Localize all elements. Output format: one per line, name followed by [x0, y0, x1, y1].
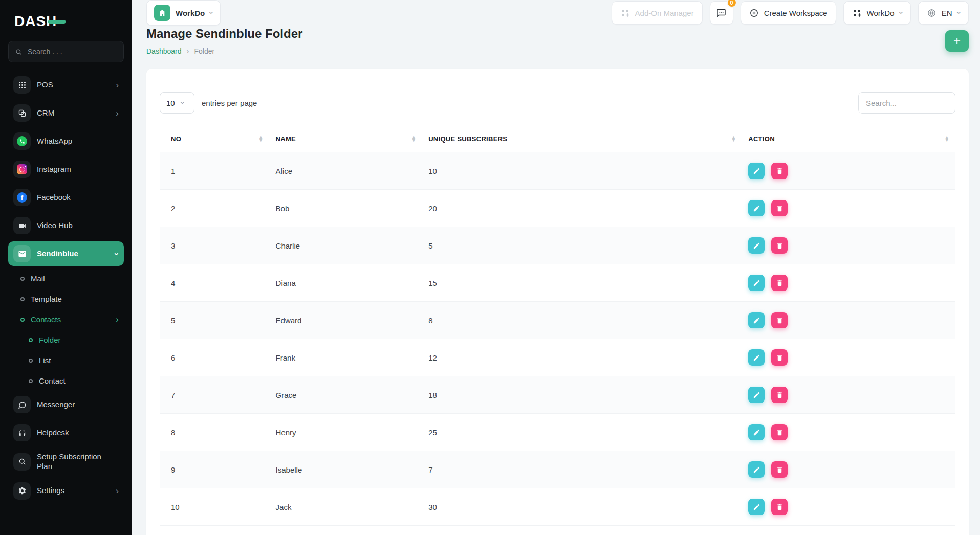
subscription-search-icon: [13, 453, 31, 471]
delete-button[interactable]: [771, 387, 788, 403]
table-search-input[interactable]: [858, 92, 955, 114]
sidebar-item-settings[interactable]: Settings: [8, 479, 124, 503]
page-header: Manage Sendinblue Folder Dashboard Folde…: [146, 27, 969, 55]
trash-icon: [776, 429, 783, 436]
sidebar-item-template[interactable]: Template: [8, 290, 124, 308]
sort-icon[interactable]: [945, 136, 949, 142]
breadcrumb-current: Folder: [194, 47, 215, 55]
chevron-right-icon: [116, 109, 119, 118]
column-header-unique-subscribers[interactable]: UNIQUE SUBSCRIBERS: [422, 126, 742, 152]
folders-card: 10 entries per page NO NAME UNIQUE SUBSC…: [146, 69, 969, 535]
sidebar-item-crm[interactable]: CRM: [8, 101, 124, 125]
sidebar-item-contacts[interactable]: Contacts: [8, 310, 124, 328]
delete-button[interactable]: [771, 424, 788, 440]
sidebar-item-video-hub[interactable]: Video Hub: [8, 213, 124, 238]
sidebar-item-helpdesk[interactable]: Helpdesk: [8, 420, 124, 445]
sidebar-item-setup-subscription-plan[interactable]: Setup Subscription Plan: [8, 449, 124, 475]
edit-button[interactable]: [748, 163, 765, 179]
sidebar-item-label: Helpdesk: [37, 428, 69, 438]
delete-button[interactable]: [771, 461, 788, 478]
cell-unique-subscribers: 30: [422, 488, 742, 526]
delete-button[interactable]: [771, 349, 788, 366]
cell-unique-subscribers: 15: [422, 264, 742, 302]
cell-name: Grace: [270, 376, 423, 414]
edit-button[interactable]: [748, 237, 765, 254]
sidebar-search-input[interactable]: [28, 48, 117, 56]
bullet-icon: [20, 297, 25, 301]
table-row: 6 Frank 12: [160, 339, 955, 376]
trash-icon: [776, 279, 783, 287]
create-workspace-button[interactable]: Create Workspace: [741, 1, 836, 25]
logo-dash-icon: [48, 20, 66, 24]
sidebar-item-messenger[interactable]: Messenger: [8, 392, 124, 417]
instagram-icon: [13, 161, 31, 178]
edit-button[interactable]: [748, 424, 765, 440]
cell-unique-subscribers: 20: [422, 190, 742, 227]
cell-action: [742, 488, 955, 526]
workdo-dropdown-label: WorkDo: [867, 9, 895, 17]
addon-manager-button[interactable]: Add-On Manager: [612, 1, 703, 25]
sidebar-item-label: Template: [31, 295, 62, 303]
create-folder-button[interactable]: [945, 30, 969, 52]
sidebar-item-label: Folder: [39, 336, 61, 344]
edit-button[interactable]: [748, 200, 765, 216]
sidebar-item-whatsapp[interactable]: WhatsApp: [8, 129, 124, 153]
sidebar-item-list[interactable]: List: [8, 351, 124, 369]
sort-icon[interactable]: [731, 136, 736, 142]
pencil-icon: [753, 279, 760, 287]
workdo-dropdown[interactable]: WorkDo: [843, 1, 911, 25]
pencil-icon: [753, 429, 760, 436]
globe-icon: [927, 8, 937, 18]
page-size-select[interactable]: 10: [160, 92, 194, 114]
chevron-right-icon: [116, 486, 119, 495]
edit-button[interactable]: [748, 349, 765, 366]
cell-action: [742, 227, 955, 264]
facebook-icon: [13, 189, 31, 206]
delete-button[interactable]: [771, 200, 788, 216]
delete-button[interactable]: [771, 312, 788, 328]
app-logo[interactable]: DASH: [8, 8, 124, 30]
delete-button[interactable]: [771, 499, 788, 515]
delete-button[interactable]: [771, 163, 788, 179]
sidebar-item-label: List: [39, 356, 51, 365]
column-header-action[interactable]: ACTION: [742, 126, 955, 152]
column-header-name[interactable]: NAME: [270, 126, 423, 152]
sidebar-item-label: Contact: [39, 376, 66, 385]
sidebar-item-label: Messenger: [37, 400, 75, 410]
cell-unique-subscribers: 25: [422, 414, 742, 451]
cell-action: [742, 152, 955, 190]
delete-button[interactable]: [771, 275, 788, 291]
table-row: 8 Henry 25: [160, 414, 955, 451]
language-dropdown[interactable]: EN: [918, 1, 969, 25]
sidebar-item-sendinblue[interactable]: Sendinblue: [8, 241, 124, 266]
edit-button[interactable]: [748, 461, 765, 478]
column-header-no[interactable]: NO: [160, 126, 270, 152]
sidebar-item-label: WhatsApp: [37, 137, 72, 146]
cell-unique-subscribers: 18: [422, 376, 742, 414]
sort-icon[interactable]: [411, 136, 416, 142]
edit-button[interactable]: [748, 275, 765, 291]
sidebar-item-facebook[interactable]: Facebook: [8, 185, 124, 210]
sidebar-item-label: Sendinblue: [37, 249, 78, 259]
trash-icon: [776, 167, 783, 175]
sidebar-item-folder[interactable]: Folder: [8, 331, 124, 349]
sidebar-item-contact[interactable]: Contact: [8, 372, 124, 390]
edit-button[interactable]: [748, 387, 765, 403]
table-row: 1 Alice 10: [160, 152, 955, 190]
sidebar-item-mail[interactable]: Mail: [8, 270, 124, 287]
table-row: 10 Jack 30: [160, 488, 955, 526]
sendinblue-mail-icon: [13, 245, 31, 262]
table-body: 1 Alice 10 2 Bob 20: [160, 152, 955, 526]
sidebar-item-pos[interactable]: POS: [8, 73, 124, 97]
messages-button[interactable]: 0: [710, 1, 733, 25]
headset-icon: [13, 424, 31, 441]
breadcrumb-dashboard-link[interactable]: Dashboard: [146, 47, 182, 55]
plus-circle-icon: [749, 8, 759, 18]
table-header-row: NO NAME UNIQUE SUBSCRIBERS ACTION: [160, 126, 955, 152]
edit-button[interactable]: [748, 499, 765, 515]
delete-button[interactable]: [771, 237, 788, 254]
workspace-switcher[interactable]: WorkDo: [146, 0, 221, 26]
sort-icon[interactable]: [258, 136, 263, 142]
sidebar-item-instagram[interactable]: Instagram: [8, 157, 124, 182]
edit-button[interactable]: [748, 312, 765, 328]
